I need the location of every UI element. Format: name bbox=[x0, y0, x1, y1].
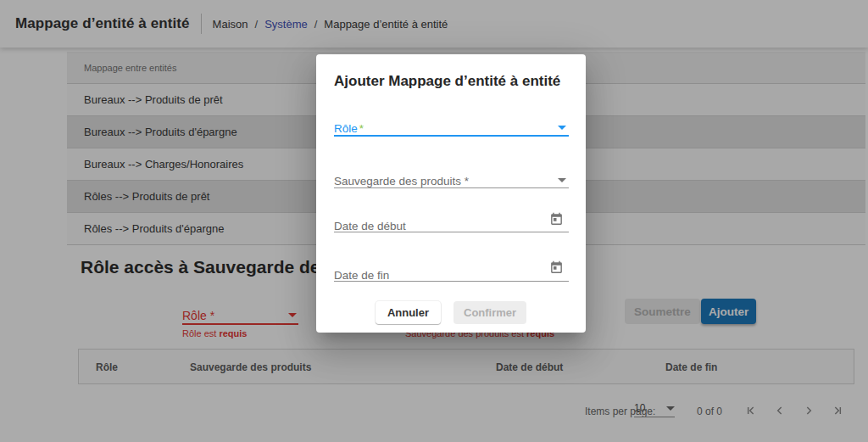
dialog-savings-product-select[interactable]: Sauvegarde des produits * bbox=[334, 173, 569, 188]
calendar-icon[interactable] bbox=[549, 212, 564, 230]
chevron-down-icon bbox=[558, 126, 566, 130]
start-date-field-label: Date de début bbox=[334, 220, 406, 232]
field-underline bbox=[334, 135, 569, 137]
savings-product-field-label: Sauvegarde des produits * bbox=[334, 175, 469, 187]
dialog-title: Ajouter Mappage d’entité à entité bbox=[334, 73, 560, 90]
entity-mapping-page: Mappage d’entité à entité Maison / Systè… bbox=[0, 0, 868, 442]
chevron-down-icon bbox=[558, 178, 566, 182]
required-asterisk: * bbox=[359, 122, 364, 135]
field-underline bbox=[334, 187, 569, 188]
end-date-field-label: Date de fin bbox=[334, 269, 389, 282]
calendar-icon[interactable] bbox=[549, 260, 564, 278]
field-underline bbox=[334, 281, 569, 282]
role-field-label: Rôle bbox=[334, 122, 358, 135]
add-mapping-dialog: Ajouter Mappage d’entité à entité Rôle* … bbox=[316, 54, 586, 333]
dialog-end-date-field[interactable]: Date de fin bbox=[334, 267, 569, 283]
dialog-start-date-field[interactable]: Date de début bbox=[334, 218, 569, 233]
cancel-button[interactable]: Annuler bbox=[376, 301, 441, 324]
dialog-role-select[interactable]: Rôle* bbox=[334, 120, 569, 136]
confirm-button[interactable]: Confirmer bbox=[453, 301, 526, 324]
dialog-actions: Annuler Confirmer bbox=[316, 301, 586, 324]
field-underline bbox=[334, 232, 569, 232]
